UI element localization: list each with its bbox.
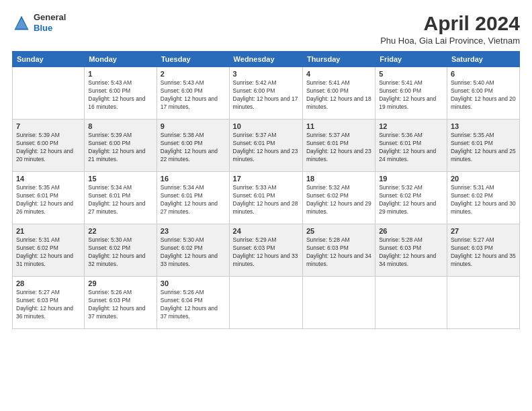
table-row: 18Sunrise: 5:32 AM Sunset: 6:02 PM Dayli…	[302, 172, 375, 224]
day-info: Sunrise: 5:43 AM Sunset: 6:00 PM Dayligh…	[88, 79, 153, 111]
day-number: 22	[88, 227, 153, 235]
day-info: Sunrise: 5:34 AM Sunset: 6:01 PM Dayligh…	[88, 184, 153, 216]
table-row: 11Sunrise: 5:37 AM Sunset: 6:01 PM Dayli…	[302, 120, 375, 172]
calendar-header-row: Sunday Monday Tuesday Wednesday Thursday…	[13, 52, 520, 67]
table-row: 17Sunrise: 5:33 AM Sunset: 6:01 PM Dayli…	[229, 172, 302, 224]
col-friday: Friday	[375, 52, 447, 67]
table-row	[302, 277, 375, 329]
day-number: 8	[88, 122, 153, 130]
day-number: 29	[88, 279, 153, 287]
day-number: 18	[306, 175, 371, 183]
calendar-table: Sunday Monday Tuesday Wednesday Thursday…	[12, 51, 520, 329]
col-tuesday: Tuesday	[157, 52, 229, 67]
day-info: Sunrise: 5:35 AM Sunset: 6:01 PM Dayligh…	[451, 132, 516, 164]
day-number: 20	[451, 175, 516, 183]
day-info: Sunrise: 5:41 AM Sunset: 6:00 PM Dayligh…	[306, 79, 371, 111]
day-number: 17	[233, 175, 299, 183]
day-info: Sunrise: 5:39 AM Sunset: 6:00 PM Dayligh…	[16, 132, 81, 164]
day-info: Sunrise: 5:43 AM Sunset: 6:00 PM Dayligh…	[161, 79, 226, 111]
table-row: 4Sunrise: 5:41 AM Sunset: 6:00 PM Daylig…	[302, 67, 375, 120]
table-row: 14Sunrise: 5:35 AM Sunset: 6:01 PM Dayli…	[13, 172, 85, 224]
location-title: Phu Hoa, Gia Lai Province, Vietnam	[380, 36, 520, 46]
col-wednesday: Wednesday	[229, 52, 302, 67]
day-info: Sunrise: 5:31 AM Sunset: 6:02 PM Dayligh…	[451, 184, 516, 216]
table-row: 2Sunrise: 5:43 AM Sunset: 6:00 PM Daylig…	[157, 67, 229, 120]
table-row: 23Sunrise: 5:30 AM Sunset: 6:02 PM Dayli…	[157, 224, 229, 277]
table-row: 8Sunrise: 5:39 AM Sunset: 6:00 PM Daylig…	[85, 120, 157, 172]
day-number: 5	[379, 70, 443, 78]
svg-marker-1	[15, 18, 28, 29]
table-row	[229, 277, 302, 329]
day-info: Sunrise: 5:29 AM Sunset: 6:03 PM Dayligh…	[233, 236, 299, 269]
day-number: 16	[161, 175, 226, 183]
day-number: 25	[306, 227, 371, 235]
table-row: 3Sunrise: 5:42 AM Sunset: 6:00 PM Daylig…	[229, 67, 302, 120]
day-number: 24	[233, 227, 299, 235]
day-info: Sunrise: 5:32 AM Sunset: 6:02 PM Dayligh…	[379, 184, 443, 216]
day-info: Sunrise: 5:36 AM Sunset: 6:01 PM Dayligh…	[379, 132, 443, 164]
day-info: Sunrise: 5:27 AM Sunset: 6:03 PM Dayligh…	[16, 289, 81, 321]
day-info: Sunrise: 5:32 AM Sunset: 6:02 PM Dayligh…	[306, 184, 371, 216]
day-number: 6	[451, 70, 516, 78]
day-info: Sunrise: 5:42 AM Sunset: 6:00 PM Dayligh…	[233, 79, 299, 111]
day-info: Sunrise: 5:27 AM Sunset: 6:03 PM Dayligh…	[451, 236, 516, 269]
day-info: Sunrise: 5:33 AM Sunset: 6:01 PM Dayligh…	[233, 184, 299, 216]
day-info: Sunrise: 5:28 AM Sunset: 6:03 PM Dayligh…	[379, 236, 443, 269]
col-thursday: Thursday	[302, 52, 375, 67]
table-row: 21Sunrise: 5:31 AM Sunset: 6:02 PM Dayli…	[13, 224, 85, 277]
table-row: 6Sunrise: 5:40 AM Sunset: 6:00 PM Daylig…	[447, 67, 519, 120]
table-row: 24Sunrise: 5:29 AM Sunset: 6:03 PM Dayli…	[229, 224, 302, 277]
table-row: 26Sunrise: 5:28 AM Sunset: 6:03 PM Dayli…	[375, 224, 447, 277]
table-row: 7Sunrise: 5:39 AM Sunset: 6:00 PM Daylig…	[13, 120, 85, 172]
day-number: 11	[306, 122, 371, 130]
day-number: 1	[88, 70, 153, 78]
day-number: 27	[451, 227, 516, 235]
logo-text: General Blue	[34, 12, 66, 33]
table-row: 9Sunrise: 5:38 AM Sunset: 6:00 PM Daylig…	[157, 120, 229, 172]
calendar-week-row: 28Sunrise: 5:27 AM Sunset: 6:03 PM Dayli…	[13, 277, 520, 329]
day-number: 14	[16, 175, 81, 183]
day-number: 9	[161, 122, 226, 130]
day-number: 21	[16, 227, 81, 235]
table-row: 15Sunrise: 5:34 AM Sunset: 6:01 PM Dayli…	[85, 172, 157, 224]
logo-blue: Blue	[34, 23, 66, 34]
day-number: 28	[16, 279, 81, 287]
day-number: 12	[379, 122, 443, 130]
day-info: Sunrise: 5:35 AM Sunset: 6:01 PM Dayligh…	[16, 184, 81, 216]
table-row: 27Sunrise: 5:27 AM Sunset: 6:03 PM Dayli…	[447, 224, 519, 277]
day-number: 15	[88, 175, 153, 183]
table-row: 22Sunrise: 5:30 AM Sunset: 6:02 PM Dayli…	[85, 224, 157, 277]
calendar-week-row: 14Sunrise: 5:35 AM Sunset: 6:01 PM Dayli…	[13, 172, 520, 224]
day-number: 13	[451, 122, 516, 130]
header: General Blue April 2024 Phu Hoa, Gia Lai…	[12, 12, 520, 46]
calendar-week-row: 1Sunrise: 5:43 AM Sunset: 6:00 PM Daylig…	[13, 67, 520, 120]
day-number: 23	[161, 227, 226, 235]
table-row: 5Sunrise: 5:41 AM Sunset: 6:00 PM Daylig…	[375, 67, 447, 120]
day-info: Sunrise: 5:34 AM Sunset: 6:01 PM Dayligh…	[161, 184, 226, 216]
logo-icon	[12, 13, 31, 32]
table-row: 29Sunrise: 5:26 AM Sunset: 6:03 PM Dayli…	[85, 277, 157, 329]
table-row: 10Sunrise: 5:37 AM Sunset: 6:01 PM Dayli…	[229, 120, 302, 172]
day-number: 26	[379, 227, 443, 235]
table-row: 25Sunrise: 5:28 AM Sunset: 6:03 PM Dayli…	[302, 224, 375, 277]
table-row: 13Sunrise: 5:35 AM Sunset: 6:01 PM Dayli…	[447, 120, 519, 172]
day-number: 4	[306, 70, 371, 78]
day-info: Sunrise: 5:38 AM Sunset: 6:00 PM Dayligh…	[161, 132, 226, 164]
table-row: 19Sunrise: 5:32 AM Sunset: 6:02 PM Dayli…	[375, 172, 447, 224]
table-row	[447, 277, 519, 329]
day-info: Sunrise: 5:28 AM Sunset: 6:03 PM Dayligh…	[306, 236, 371, 269]
day-info: Sunrise: 5:26 AM Sunset: 6:03 PM Dayligh…	[88, 289, 153, 321]
table-row: 1Sunrise: 5:43 AM Sunset: 6:00 PM Daylig…	[85, 67, 157, 120]
page: General Blue April 2024 Phu Hoa, Gia Lai…	[0, 0, 532, 411]
col-saturday: Saturday	[447, 52, 519, 67]
day-info: Sunrise: 5:30 AM Sunset: 6:02 PM Dayligh…	[88, 236, 153, 269]
table-row: 12Sunrise: 5:36 AM Sunset: 6:01 PM Dayli…	[375, 120, 447, 172]
logo: General Blue	[12, 12, 66, 33]
month-title: April 2024	[380, 12, 520, 34]
day-info: Sunrise: 5:40 AM Sunset: 6:00 PM Dayligh…	[451, 79, 516, 111]
table-row: 20Sunrise: 5:31 AM Sunset: 6:02 PM Dayli…	[447, 172, 519, 224]
col-sunday: Sunday	[13, 52, 85, 67]
day-info: Sunrise: 5:39 AM Sunset: 6:00 PM Dayligh…	[88, 132, 153, 164]
calendar-week-row: 21Sunrise: 5:31 AM Sunset: 6:02 PM Dayli…	[13, 224, 520, 277]
day-info: Sunrise: 5:31 AM Sunset: 6:02 PM Dayligh…	[16, 236, 81, 269]
